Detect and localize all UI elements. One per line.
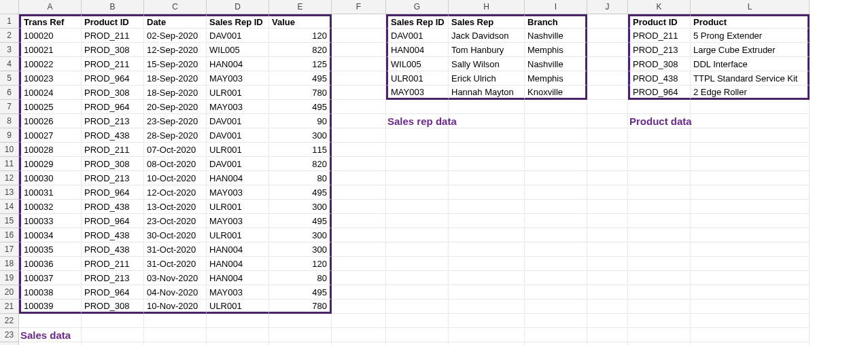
cell-F4[interactable] [332,57,386,71]
cell-L22[interactable] [691,314,810,328]
cell-L15[interactable] [691,214,810,228]
cell-C20[interactable]: 04-Nov-2020 [144,285,207,299]
cell-G4[interactable]: WIL005 [386,57,449,71]
cell-E12[interactable]: 80 [269,171,332,185]
cell-F23[interactable] [332,328,386,342]
cell-J7[interactable] [587,100,628,114]
cell-J9[interactable] [587,128,628,143]
cell-C12[interactable]: 10-Oct-2020 [144,171,207,185]
cell-K24[interactable] [628,342,691,345]
cell-D15[interactable]: MAY003 [207,214,269,228]
cell-A13[interactable]: 100031 [19,185,82,200]
row-header-24[interactable]: 24 [0,342,19,345]
cell-G12[interactable] [386,171,449,185]
cell-J14[interactable] [587,200,628,214]
cell-D8[interactable]: DAV001 [207,114,269,128]
cell-C11[interactable]: 08-Oct-2020 [144,157,207,171]
cell-K2[interactable]: PROD_211 [628,29,691,43]
cell-A18[interactable]: 100036 [19,257,82,271]
column-header-H[interactable]: H [449,0,525,14]
cell-F8[interactable] [332,114,386,128]
column-header-L[interactable]: L [691,0,810,14]
cell-C21[interactable]: 10-Nov-2020 [144,299,207,314]
cell-B3[interactable]: PROD_308 [82,43,144,57]
cell-A17[interactable]: 100035 [19,242,82,257]
cell-D22[interactable] [207,314,269,328]
cell-E17[interactable]: 300 [269,242,332,257]
row-header-18[interactable]: 18 [0,257,19,271]
cell-A11[interactable]: 100029 [19,157,82,171]
cell-D21[interactable]: ULR001 [207,299,269,314]
cell-H15[interactable] [449,214,525,228]
cell-D9[interactable]: DAV001 [207,128,269,143]
cell-B6[interactable]: PROD_308 [82,86,144,100]
cell-G16[interactable] [386,228,449,242]
cell-B20[interactable]: PROD_964 [82,285,144,299]
cell-A15[interactable]: 100033 [19,214,82,228]
cell-K22[interactable] [628,314,691,328]
cell-B10[interactable]: PROD_211 [82,143,144,157]
cell-E18[interactable]: 120 [269,257,332,271]
cell-E5[interactable]: 495 [269,71,332,86]
cell-L7[interactable] [691,100,810,114]
cell-H7[interactable] [449,100,525,114]
cell-A5[interactable]: 100023 [19,71,82,86]
cell-A3[interactable]: 100021 [19,43,82,57]
cell-G2[interactable]: DAV001 [386,29,449,43]
cell-F6[interactable] [332,86,386,100]
cell-I10[interactable] [525,143,587,157]
row-header-6[interactable]: 6 [0,86,19,100]
cell-F18[interactable] [332,257,386,271]
cell-L12[interactable] [691,171,810,185]
cell-H21[interactable] [449,299,525,314]
cell-K20[interactable] [628,285,691,299]
cell-I12[interactable] [525,171,587,185]
cell-J15[interactable] [587,214,628,228]
cell-A9[interactable]: 100027 [19,128,82,143]
row-header-12[interactable]: 12 [0,171,19,185]
cell-B22[interactable] [82,314,144,328]
cell-H24[interactable] [449,342,525,345]
cell-B11[interactable]: PROD_308 [82,157,144,171]
cell-H4[interactable]: Sally Wilson [449,57,525,71]
cell-I3[interactable]: Memphis [525,43,587,57]
cell-G21[interactable] [386,299,449,314]
cell-H11[interactable] [449,157,525,171]
row-header-16[interactable]: 16 [0,228,19,242]
cell-C3[interactable]: 12-Sep-2020 [144,43,207,57]
cell-F1[interactable] [332,14,386,29]
cell-C13[interactable]: 12-Oct-2020 [144,185,207,200]
cell-H1[interactable]: Sales Rep [449,14,525,29]
cell-H10[interactable] [449,143,525,157]
cell-B12[interactable]: PROD_213 [82,171,144,185]
cell-G5[interactable]: ULR001 [386,71,449,86]
cell-E2[interactable]: 120 [269,29,332,43]
cell-E21[interactable]: 780 [269,299,332,314]
cell-C4[interactable]: 15-Sep-2020 [144,57,207,71]
cell-J2[interactable] [587,29,628,43]
cell-A12[interactable]: 100030 [19,171,82,185]
cell-L9[interactable] [691,128,810,143]
cell-D23[interactable] [207,328,269,342]
cell-E9[interactable]: 300 [269,128,332,143]
cell-I7[interactable] [525,100,587,114]
cell-C2[interactable]: 02-Sep-2020 [144,29,207,43]
cell-I9[interactable] [525,128,587,143]
cell-L11[interactable] [691,157,810,171]
cell-F24[interactable] [332,342,386,345]
cell-G10[interactable] [386,143,449,157]
cell-L21[interactable] [691,299,810,314]
cell-E14[interactable]: 300 [269,200,332,214]
cell-K13[interactable] [628,185,691,200]
cell-E4[interactable]: 125 [269,57,332,71]
cell-J10[interactable] [587,143,628,157]
cell-D20[interactable]: MAY003 [207,285,269,299]
cell-B4[interactable]: PROD_211 [82,57,144,71]
row-header-23[interactable]: 23 [0,328,19,342]
cell-K10[interactable] [628,143,691,157]
cell-B2[interactable]: PROD_211 [82,29,144,43]
cell-H9[interactable] [449,128,525,143]
cell-H13[interactable] [449,185,525,200]
cell-D16[interactable]: ULR001 [207,228,269,242]
cell-F3[interactable] [332,43,386,57]
